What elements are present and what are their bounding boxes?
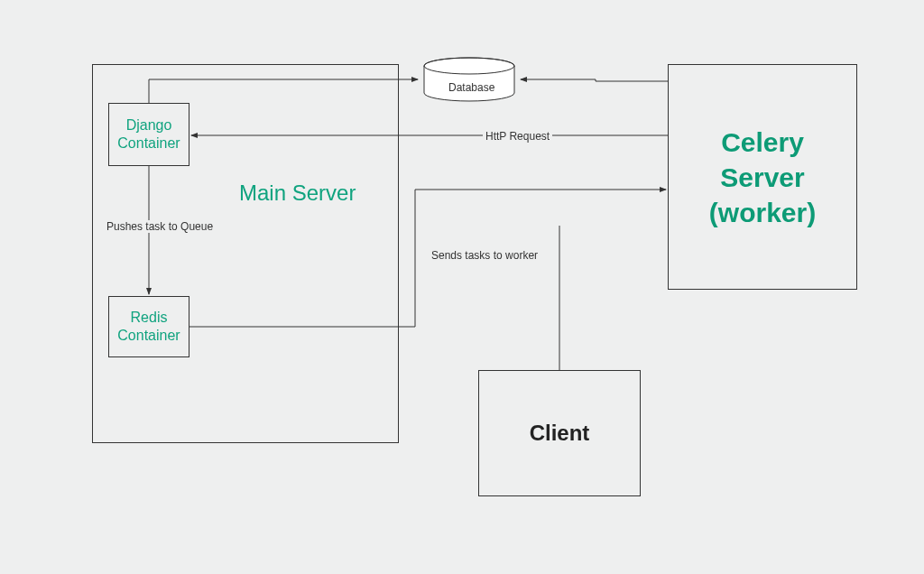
celery-server-label: Celery Server (worker) [709,125,816,230]
django-container-box: Django Container [108,103,189,166]
client-label: Client [530,421,590,446]
edge-label-push-queue: Pushes task to Queue [104,220,216,233]
django-container-label: Django Container [117,116,180,153]
redis-container-label: Redis Container [117,309,180,345]
edge-label-sends-tasks: Sends tasks to worker [429,249,541,262]
database-icon [420,57,519,102]
database-label: Database [448,81,494,94]
edge-label-http-request: HttP Request [483,130,552,143]
celery-server-box: Celery Server (worker) [668,64,857,290]
main-server-label: Main Server [239,181,356,206]
redis-container-box: Redis Container [108,296,189,357]
client-box: Client [478,370,641,496]
